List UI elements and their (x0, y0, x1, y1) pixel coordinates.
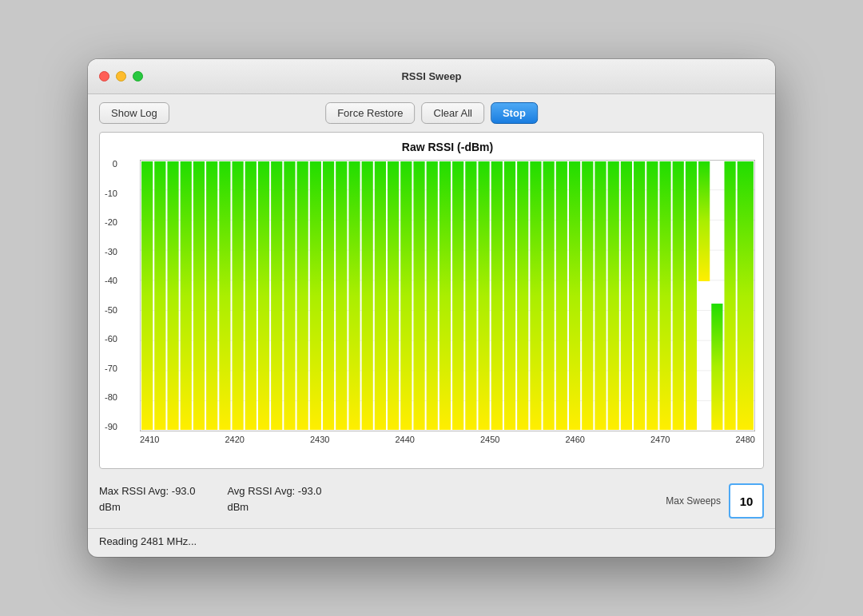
svg-rect-43 (569, 161, 580, 430)
svg-rect-19 (258, 161, 269, 430)
svg-rect-47 (621, 161, 632, 430)
svg-rect-15 (206, 161, 217, 430)
max-rssi-line2: dBm (99, 499, 195, 515)
svg-rect-16 (219, 161, 230, 430)
svg-rect-54 (711, 304, 722, 430)
y-label-80: -80 (105, 393, 117, 402)
svg-rect-51 (673, 161, 684, 430)
x-label-2470: 2470 (650, 435, 670, 444)
svg-rect-30 (400, 161, 412, 430)
svg-rect-36 (479, 161, 490, 430)
svg-rect-32 (427, 161, 438, 430)
svg-rect-22 (297, 161, 308, 430)
svg-rect-14 (193, 161, 205, 430)
y-label-30: -30 (105, 248, 117, 256)
show-log-button[interactable]: Show Log (99, 102, 169, 124)
force-restore-button[interactable]: Force Restore (325, 102, 415, 124)
svg-rect-41 (543, 161, 555, 430)
svg-rect-46 (608, 161, 619, 430)
x-label-2480: 2480 (736, 435, 755, 444)
y-label-40: -40 (105, 276, 117, 285)
titlebar: RSSI Sweep (88, 59, 775, 94)
toolbar-inner: Show Log Force Restore Clear All Stop (99, 102, 764, 124)
svg-rect-25 (336, 161, 347, 430)
svg-rect-21 (284, 161, 295, 430)
svg-rect-26 (348, 161, 360, 430)
y-label-70: -70 (105, 364, 117, 373)
x-label-2460: 2460 (566, 435, 585, 444)
svg-rect-39 (517, 161, 528, 430)
svg-rect-23 (310, 161, 321, 430)
chart-title: Raw RSSI (-dBm) (140, 141, 755, 153)
clear-all-button[interactable]: Clear All (422, 102, 484, 124)
x-label-2430: 2430 (310, 435, 329, 444)
svg-rect-37 (491, 161, 503, 430)
x-label-2440: 2440 (396, 435, 415, 444)
avg-rssi-stat: Avg RSSI Avg: -93.0 dBm (227, 483, 321, 515)
y-label-50: -50 (105, 306, 117, 315)
y-label-10: -10 (105, 189, 117, 198)
chart-area: 0 -10 -20 -30 -40 -50 -60 -70 -80 -90 (140, 160, 755, 431)
svg-rect-10 (141, 161, 153, 430)
svg-rect-33 (439, 161, 451, 430)
status-bar: Reading 2481 MHz... (88, 528, 775, 557)
svg-rect-49 (646, 161, 658, 430)
toolbar: Show Log Force Restore Clear All Stop (88, 94, 775, 132)
max-rssi-stat: Max RSSI Avg: -93.0 dBm (99, 483, 195, 515)
status-text: Reading 2481 MHz... (99, 535, 197, 547)
svg-rect-24 (323, 161, 334, 430)
avg-rssi-line1: Avg RSSI Avg: -93.0 (227, 483, 321, 499)
svg-rect-31 (413, 161, 424, 430)
y-label-20: -20 (105, 218, 117, 227)
x-label-2450: 2450 (480, 435, 499, 444)
center-buttons: Force Restore Clear All Stop (325, 102, 538, 124)
svg-rect-28 (375, 161, 386, 430)
svg-rect-27 (362, 161, 373, 430)
main-window: RSSI Sweep Show Log Force Restore Clear … (88, 59, 775, 557)
chart-container: Raw RSSI (-dBm) 0 -10 -20 -30 -40 -50 -6… (99, 132, 764, 469)
svg-rect-57 (742, 161, 754, 430)
svg-rect-29 (388, 161, 399, 430)
traffic-lights (99, 71, 143, 81)
svg-rect-42 (556, 161, 567, 430)
x-label-2410: 2410 (140, 435, 159, 444)
max-sweeps-label: Max Sweeps (666, 495, 721, 507)
svg-rect-40 (530, 161, 541, 430)
svg-rect-53 (698, 161, 710, 281)
svg-rect-17 (233, 161, 244, 430)
svg-rect-35 (465, 161, 476, 430)
minimize-button[interactable] (116, 71, 126, 81)
window-title: RSSI Sweep (401, 70, 461, 82)
rssi-chart: // This won't execute in SVG context, ba… (140, 160, 755, 431)
y-label-60: -60 (105, 335, 117, 344)
svg-rect-38 (504, 161, 515, 430)
svg-rect-11 (154, 161, 165, 430)
x-label-2420: 2420 (225, 435, 245, 444)
svg-rect-20 (271, 161, 282, 430)
svg-rect-12 (167, 161, 178, 430)
stop-button[interactable]: Stop (491, 102, 538, 124)
svg-rect-45 (595, 161, 606, 430)
stats-bar: Max RSSI Avg: -93.0 dBm Avg RSSI Avg: -9… (88, 477, 775, 525)
svg-rect-55 (725, 161, 736, 430)
max-sweeps-input[interactable] (729, 483, 764, 519)
svg-rect-48 (634, 161, 645, 430)
y-label-0: 0 (105, 160, 117, 169)
x-axis-labels: 2410 2420 2430 2440 2450 2460 2470 2480 (140, 435, 755, 444)
y-label-90: -90 (105, 423, 117, 431)
svg-rect-44 (582, 161, 593, 430)
max-sweeps-area: Max Sweeps (666, 483, 764, 519)
svg-rect-34 (452, 161, 463, 430)
maximize-button[interactable] (133, 71, 143, 81)
svg-rect-18 (245, 161, 257, 430)
svg-rect-50 (659, 161, 670, 430)
close-button[interactable] (99, 71, 109, 81)
svg-rect-52 (686, 161, 697, 430)
svg-rect-13 (181, 161, 192, 430)
avg-rssi-line2: dBm (227, 499, 321, 515)
y-axis-labels: 0 -10 -20 -30 -40 -50 -60 -70 -80 -90 (105, 160, 117, 431)
max-rssi-line1: Max RSSI Avg: -93.0 (99, 483, 195, 499)
